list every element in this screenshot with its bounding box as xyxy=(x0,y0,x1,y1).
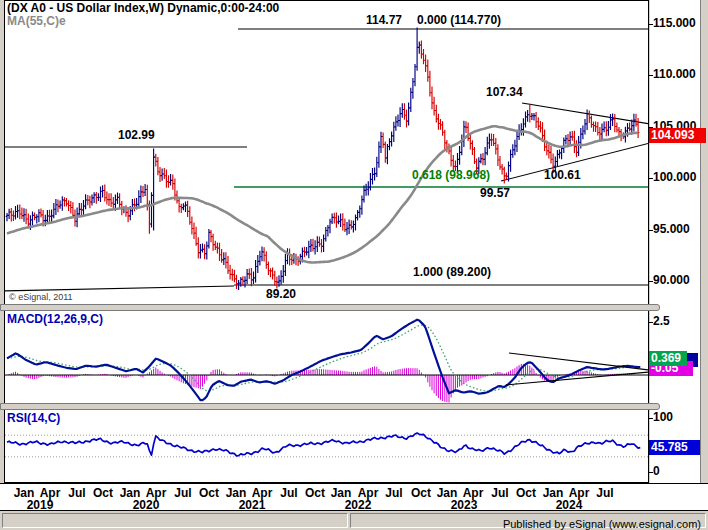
price-annotation-label: 102.99 xyxy=(118,129,155,141)
rsi-indicator-label: RSI(14,C) xyxy=(7,411,60,425)
rsi-panel[interactable]: RSI(14,C) xyxy=(4,409,649,483)
axis-tick-label: 95.000 xyxy=(653,223,690,236)
published-label: Published by eSignal (www.esignal.com) xyxy=(503,518,705,530)
status-bar: Published by eSignal (www.esignal.com) xyxy=(0,511,708,530)
axis-tick-label: 2.5 xyxy=(653,315,670,328)
price-annotation-label: 0.000 (114.770) xyxy=(417,14,501,26)
panel-splitter-1[interactable] xyxy=(0,304,660,311)
esignal-chart-window: (DX A0 - US Dollar Index,W) Dynamic,0:00… xyxy=(0,0,708,530)
x-axis-month-label: Jul xyxy=(385,486,402,500)
price-annotation-label: 89.20 xyxy=(266,288,296,300)
x-axis-year-label: 2019 xyxy=(27,498,54,512)
right-scroll-strip[interactable] xyxy=(700,0,708,511)
x-axis-month-label: Oct xyxy=(93,486,113,500)
price-panel[interactable]: (DX A0 - US Dollar Index,W) Dynamic,0:00… xyxy=(4,0,649,305)
rsi-badge: 45.785 xyxy=(649,440,700,455)
macd-indicator-label: MACD(12,26,9,C) xyxy=(7,312,103,326)
panel-splitter-2[interactable] xyxy=(0,403,660,410)
x-axis-month-label: Jul xyxy=(491,486,508,500)
axis-tick-label: 100.000 xyxy=(653,171,696,184)
x-axis-year-label: 2022 xyxy=(345,498,372,512)
x-axis[interactable]: JanAprJulOctJanAprJulOctJanAprJulOctJanA… xyxy=(0,483,708,511)
price-badge: 104.093 xyxy=(649,128,706,143)
x-axis-month-label: Oct xyxy=(411,486,431,500)
x-axis-month-label: Oct xyxy=(199,486,219,500)
rsi-chart-canvas[interactable] xyxy=(5,410,648,482)
price-annotation-label: 0.618 (98.968) xyxy=(412,169,490,181)
x-axis-year-label: 2021 xyxy=(239,498,266,512)
ma-indicator-label: MA(55,C)e xyxy=(7,15,66,27)
axis-tick-label: 100 xyxy=(653,411,673,424)
price-annotation-label: 100.61 xyxy=(544,169,581,181)
x-axis-month-label: Jul xyxy=(280,486,297,500)
axis-tick-label: 0 xyxy=(653,465,660,478)
x-axis-month-label: Oct xyxy=(516,486,536,500)
x-axis-month-label: Jul xyxy=(174,486,191,500)
macd-panel[interactable]: MACD(12,26,9,C) xyxy=(4,310,649,404)
x-axis-year-label: 2024 xyxy=(556,498,583,512)
axis-tick-label: 90.000 xyxy=(653,274,690,287)
chart-title: (DX A0 - US Dollar Index,W) Dynamic,0:00… xyxy=(7,2,279,14)
axis-tick-label: 110.000 xyxy=(653,68,696,81)
x-axis-month-label: Oct xyxy=(305,486,325,500)
x-axis-month-label: Jul xyxy=(596,486,613,500)
axis-tick-label: 115.000 xyxy=(653,17,696,30)
x-axis-year-label: 2020 xyxy=(133,498,160,512)
price-chart-canvas[interactable] xyxy=(5,1,648,304)
macd-signal-badge: 0.369 xyxy=(649,351,687,366)
price-annotation-label: 1.000 (89.200) xyxy=(413,266,491,278)
price-annotation-label: 99.57 xyxy=(480,187,510,199)
price-annotation-label: 114.77 xyxy=(366,14,402,26)
status-panel-left xyxy=(2,513,348,528)
status-panel-right: Published by eSignal (www.esignal.com) xyxy=(350,513,706,528)
price-annotation-label: 107.34 xyxy=(486,86,523,98)
x-axis-month-label: Jul xyxy=(68,486,85,500)
copyright-label: © eSignal, 2011 xyxy=(9,292,73,302)
x-axis-year-label: 2023 xyxy=(451,498,478,512)
